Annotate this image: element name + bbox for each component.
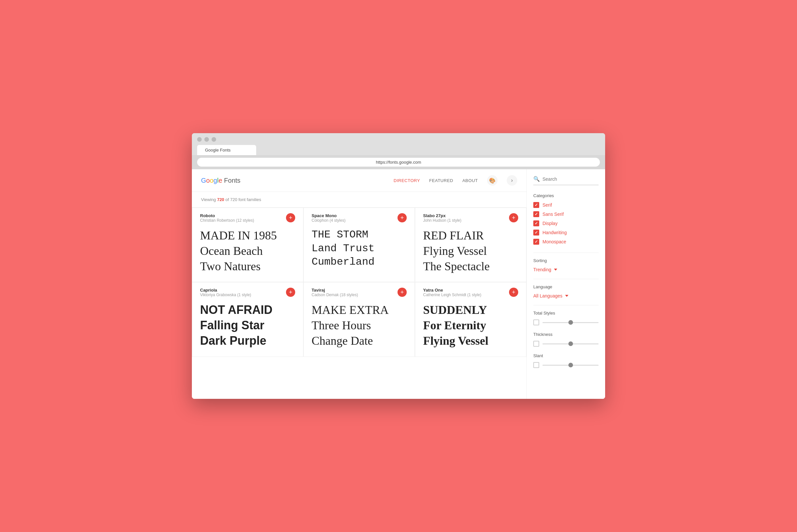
sorting-dropdown[interactable]: Trending — [533, 267, 599, 272]
thickness-section: Thickness — [533, 332, 599, 347]
total-styles-checkbox[interactable] — [533, 320, 539, 325]
category-checkbox[interactable] — [533, 230, 539, 235]
total-styles-thumb[interactable] — [568, 320, 573, 325]
slant-checkbox[interactable] — [533, 362, 539, 368]
language-dropdown-arrow — [565, 295, 568, 297]
font-preview: SUDDENLYFor EternityFlying Vessel — [423, 302, 518, 348]
sorting-value: Trending — [533, 267, 551, 272]
sorting-dropdown-arrow — [554, 269, 557, 271]
font-preview: MADE IN 1985Ocean BeachTwo Natures — [200, 228, 295, 274]
browser-dot-green[interactable] — [212, 137, 216, 142]
category-item[interactable]: Serif — [533, 202, 599, 208]
font-card: Yatra OneCatherine Leigh Schmidt (1 styl… — [415, 282, 527, 357]
thickness-slider-row — [533, 341, 599, 347]
category-item[interactable]: Sans Serif — [533, 211, 599, 217]
thickness-track[interactable] — [543, 343, 599, 344]
add-font-button[interactable]: + — [286, 288, 295, 297]
sidebar: 🔍 Categories SerifSans SerifDisplayHandw… — [527, 169, 605, 399]
category-checkbox[interactable] — [533, 211, 539, 217]
logo-g: G — [201, 177, 206, 184]
browser-dot-yellow[interactable] — [204, 137, 209, 142]
browser-chrome: Google Fonts — [192, 133, 605, 155]
logo-g2: g — [213, 177, 217, 184]
nav-link-directory[interactable]: DIRECTORY — [394, 178, 420, 183]
category-item[interactable]: Display — [533, 221, 599, 226]
total-styles-section: Total Styles — [533, 310, 599, 325]
font-preview: NOT AFRAIDFalling StarDark Purple — [200, 302, 295, 348]
font-author: John Hudson (1 style) — [423, 218, 461, 223]
slant-thumb[interactable] — [568, 363, 573, 367]
font-card: CapriolaViktoriya Grabowska (1 style)+NO… — [192, 282, 303, 357]
logo-fonts-text: Fonts — [222, 177, 241, 184]
total-styles-track[interactable] — [543, 322, 599, 323]
browser-window: Google Fonts https://fonts.google.com Go… — [192, 133, 605, 399]
font-grid: RobotoChristian Robertson (12 styles)+MA… — [192, 208, 527, 357]
add-font-button[interactable]: + — [509, 213, 518, 222]
browser-dots — [197, 137, 600, 142]
slant-slider-row — [533, 362, 599, 368]
add-font-button[interactable]: + — [286, 213, 295, 222]
search-icon: 🔍 — [533, 176, 540, 182]
divider-3 — [533, 305, 599, 305]
slant-section: Slant — [533, 353, 599, 368]
font-name: Yatra One — [423, 288, 481, 292]
search-input[interactable] — [543, 176, 600, 182]
font-author: Catherine Leigh Schmidt (1 style) — [423, 292, 481, 297]
font-name: Taviraj — [311, 288, 358, 292]
category-checkbox[interactable] — [533, 202, 539, 208]
category-list: SerifSans SerifDisplayHandwritingMonospa… — [533, 202, 599, 245]
total-styles-title: Total Styles — [533, 310, 599, 316]
palette-icon[interactable]: 🎨 — [487, 175, 497, 186]
browser-tab[interactable]: Google Fonts — [197, 145, 256, 155]
add-font-button[interactable]: + — [398, 213, 407, 222]
google-fonts-logo: Google Fonts — [201, 177, 241, 184]
more-icon[interactable]: › — [507, 175, 517, 186]
logo-o1: o — [206, 177, 210, 184]
font-author: Christian Robertson (12 styles) — [200, 218, 254, 223]
add-font-button[interactable]: + — [509, 288, 518, 297]
font-preview: MAKE EXTRAThree HoursChange Date — [311, 302, 407, 348]
logo-o2: o — [210, 177, 213, 184]
category-label: Serif — [543, 202, 552, 208]
thickness-thumb[interactable] — [568, 341, 573, 346]
top-nav: Google Fonts DIRECTORY FEATURED ABOUT 🎨 … — [192, 169, 527, 192]
font-name: Space Mono — [311, 213, 345, 218]
font-name: Slabo 27px — [423, 213, 461, 218]
font-preview: THE STORMLand TrustCumberland — [311, 228, 407, 269]
font-name: Roboto — [200, 213, 254, 218]
font-author: Viktoriya Grabowska (1 style) — [200, 292, 251, 297]
browser-tabs: Google Fonts — [197, 145, 600, 155]
slant-track[interactable] — [543, 365, 599, 366]
font-card: Space MonoColophon (4 styles)+THE STORML… — [303, 208, 415, 282]
category-label: Sans Serif — [543, 212, 564, 217]
add-font-button[interactable]: + — [398, 288, 407, 297]
nav-link-about[interactable]: ABOUT — [462, 178, 478, 183]
thickness-checkbox[interactable] — [533, 341, 539, 347]
divider-1 — [533, 252, 599, 253]
language-section: Language All Languages — [533, 284, 599, 299]
nav-links: DIRECTORY FEATURED ABOUT 🎨 › — [394, 175, 517, 186]
thickness-title: Thickness — [533, 332, 599, 337]
category-label: Handwriting — [543, 230, 567, 235]
category-checkbox[interactable] — [533, 221, 539, 226]
categories-title: Categories — [533, 193, 599, 198]
viewing-text-pre: Viewing — [201, 197, 217, 202]
divider-2 — [533, 279, 599, 279]
logo-e: e — [219, 177, 222, 184]
browser-addressbar[interactable]: https://fonts.google.com — [197, 158, 600, 167]
category-item[interactable]: Handwriting — [533, 230, 599, 235]
font-card: TavirajCadson Demak (18 styles)+MAKE EXT… — [303, 282, 415, 357]
font-card: Slabo 27pxJohn Hudson (1 style)+RED FLAI… — [415, 208, 527, 282]
language-dropdown[interactable]: All Languages — [533, 293, 599, 299]
font-card: RobotoChristian Robertson (12 styles)+MA… — [192, 208, 303, 282]
slant-title: Slant — [533, 353, 599, 358]
language-title: Language — [533, 284, 599, 289]
nav-link-featured[interactable]: FEATURED — [429, 178, 453, 183]
browser-dot-red[interactable] — [197, 137, 202, 142]
total-styles-slider-row — [533, 320, 599, 325]
font-name: Capriola — [200, 288, 251, 292]
category-checkbox[interactable] — [533, 239, 539, 245]
category-item[interactable]: Monospace — [533, 239, 599, 245]
font-author: Cadson Demak (18 styles) — [311, 292, 358, 297]
search-box: 🔍 — [533, 176, 599, 185]
